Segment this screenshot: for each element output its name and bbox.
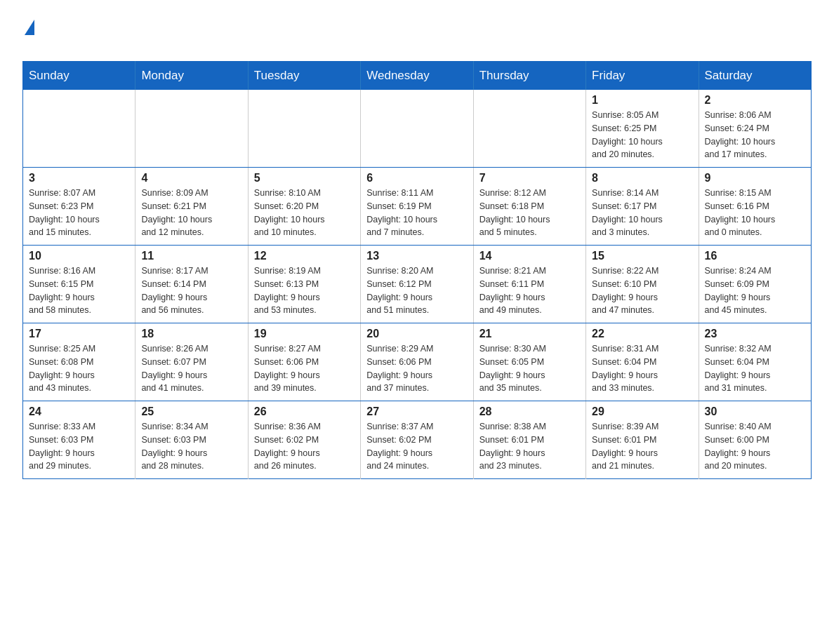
day-info: Sunrise: 8:30 AM Sunset: 6:05 PM Dayligh… <box>479 342 580 395</box>
day-number: 10 <box>29 250 129 262</box>
calendar-cell: 18Sunrise: 8:26 AM Sunset: 6:07 PM Dayli… <box>135 323 248 401</box>
calendar-cell: 26Sunrise: 8:36 AM Sunset: 6:02 PM Dayli… <box>248 401 360 479</box>
day-info: Sunrise: 8:12 AM Sunset: 6:18 PM Dayligh… <box>479 187 580 239</box>
calendar-cell: 9Sunrise: 8:15 AM Sunset: 6:16 PM Daylig… <box>699 168 811 246</box>
calendar-cell: 21Sunrise: 8:30 AM Sunset: 6:05 PM Dayli… <box>473 323 585 401</box>
day-number: 13 <box>366 250 467 262</box>
calendar-cell: 11Sunrise: 8:17 AM Sunset: 6:14 PM Dayli… <box>135 246 248 323</box>
day-number: 19 <box>254 328 355 340</box>
calendar-cell: 20Sunrise: 8:29 AM Sunset: 6:06 PM Dayli… <box>361 323 473 401</box>
day-info: Sunrise: 8:17 AM Sunset: 6:14 PM Dayligh… <box>141 264 241 317</box>
day-number: 24 <box>29 405 129 418</box>
day-number: 17 <box>29 328 129 340</box>
calendar-cell: 19Sunrise: 8:27 AM Sunset: 6:06 PM Dayli… <box>248 323 360 401</box>
day-number: 1 <box>592 94 692 107</box>
day-info: Sunrise: 8:29 AM Sunset: 6:06 PM Dayligh… <box>366 342 467 395</box>
day-number: 5 <box>254 172 355 185</box>
day-number: 23 <box>705 328 805 340</box>
column-header-tuesday: Tuesday <box>248 62 360 90</box>
calendar-week-row: 17Sunrise: 8:25 AM Sunset: 6:08 PM Dayli… <box>23 323 812 401</box>
calendar-week-row: 1Sunrise: 8:05 AM Sunset: 6:25 PM Daylig… <box>23 90 812 168</box>
day-info: Sunrise: 8:07 AM Sunset: 6:23 PM Dayligh… <box>29 187 129 239</box>
calendar-cell: 15Sunrise: 8:22 AM Sunset: 6:10 PM Dayli… <box>586 246 699 323</box>
logo-triangle-icon <box>25 20 34 35</box>
calendar-cell: 17Sunrise: 8:25 AM Sunset: 6:08 PM Dayli… <box>23 323 135 401</box>
day-info: Sunrise: 8:38 AM Sunset: 6:01 PM Dayligh… <box>479 420 580 473</box>
day-number: 14 <box>479 250 580 262</box>
calendar-cell: 24Sunrise: 8:33 AM Sunset: 6:03 PM Dayli… <box>23 401 135 479</box>
day-number: 2 <box>705 94 805 107</box>
column-header-thursday: Thursday <box>473 62 585 90</box>
calendar-table: SundayMondayTuesdayWednesdayThursdayFrid… <box>22 61 812 479</box>
calendar-cell <box>248 90 360 168</box>
calendar-cell: 4Sunrise: 8:09 AM Sunset: 6:21 PM Daylig… <box>135 168 248 246</box>
calendar-cell: 23Sunrise: 8:32 AM Sunset: 6:04 PM Dayli… <box>699 323 811 401</box>
day-info: Sunrise: 8:21 AM Sunset: 6:11 PM Dayligh… <box>479 264 580 317</box>
day-number: 25 <box>141 405 241 418</box>
day-number: 16 <box>705 250 805 262</box>
calendar-cell <box>361 90 473 168</box>
day-number: 27 <box>366 405 467 418</box>
day-number: 20 <box>366 328 467 340</box>
calendar-cell: 3Sunrise: 8:07 AM Sunset: 6:23 PM Daylig… <box>23 168 135 246</box>
day-number: 18 <box>141 328 241 340</box>
calendar-cell: 12Sunrise: 8:19 AM Sunset: 6:13 PM Dayli… <box>248 246 360 323</box>
day-info: Sunrise: 8:11 AM Sunset: 6:19 PM Dayligh… <box>366 187 467 239</box>
day-number: 3 <box>29 172 129 185</box>
day-info: Sunrise: 8:25 AM Sunset: 6:08 PM Dayligh… <box>29 342 129 395</box>
day-info: Sunrise: 8:39 AM Sunset: 6:01 PM Dayligh… <box>592 420 692 473</box>
calendar-cell: 16Sunrise: 8:24 AM Sunset: 6:09 PM Dayli… <box>699 246 811 323</box>
day-number: 30 <box>705 405 805 418</box>
day-info: Sunrise: 8:19 AM Sunset: 6:13 PM Dayligh… <box>254 264 355 317</box>
day-info: Sunrise: 8:15 AM Sunset: 6:16 PM Dayligh… <box>705 187 805 239</box>
calendar-cell: 13Sunrise: 8:20 AM Sunset: 6:12 PM Dayli… <box>361 246 473 323</box>
calendar-cell: 22Sunrise: 8:31 AM Sunset: 6:04 PM Dayli… <box>586 323 699 401</box>
calendar-header-row: SundayMondayTuesdayWednesdayThursdayFrid… <box>23 62 812 90</box>
day-number: 4 <box>141 172 241 185</box>
calendar-cell: 27Sunrise: 8:37 AM Sunset: 6:02 PM Dayli… <box>361 401 473 479</box>
column-header-sunday: Sunday <box>23 62 135 90</box>
day-info: Sunrise: 8:14 AM Sunset: 6:17 PM Dayligh… <box>592 187 692 239</box>
calendar-cell: 28Sunrise: 8:38 AM Sunset: 6:01 PM Dayli… <box>473 401 585 479</box>
day-number: 7 <box>479 172 580 185</box>
day-number: 12 <box>254 250 355 262</box>
day-info: Sunrise: 8:27 AM Sunset: 6:06 PM Dayligh… <box>254 342 355 395</box>
calendar-week-row: 24Sunrise: 8:33 AM Sunset: 6:03 PM Dayli… <box>23 401 812 479</box>
day-number: 28 <box>479 405 580 418</box>
calendar-cell: 30Sunrise: 8:40 AM Sunset: 6:00 PM Dayli… <box>699 401 811 479</box>
column-header-saturday: Saturday <box>699 62 811 90</box>
calendar-cell: 14Sunrise: 8:21 AM Sunset: 6:11 PM Dayli… <box>473 246 585 323</box>
day-info: Sunrise: 8:34 AM Sunset: 6:03 PM Dayligh… <box>141 420 241 473</box>
day-number: 21 <box>479 328 580 340</box>
logo <box>22 17 36 50</box>
day-info: Sunrise: 8:06 AM Sunset: 6:24 PM Dayligh… <box>705 109 805 161</box>
calendar-week-row: 3Sunrise: 8:07 AM Sunset: 6:23 PM Daylig… <box>23 168 812 246</box>
day-info: Sunrise: 8:24 AM Sunset: 6:09 PM Dayligh… <box>705 264 805 317</box>
calendar-cell: 2Sunrise: 8:06 AM Sunset: 6:24 PM Daylig… <box>699 90 811 168</box>
day-info: Sunrise: 8:09 AM Sunset: 6:21 PM Dayligh… <box>141 187 241 239</box>
day-number: 8 <box>592 172 692 185</box>
calendar-cell: 6Sunrise: 8:11 AM Sunset: 6:19 PM Daylig… <box>361 168 473 246</box>
column-header-friday: Friday <box>586 62 699 90</box>
calendar-cell: 5Sunrise: 8:10 AM Sunset: 6:20 PM Daylig… <box>248 168 360 246</box>
day-info: Sunrise: 8:20 AM Sunset: 6:12 PM Dayligh… <box>366 264 467 317</box>
calendar-cell: 1Sunrise: 8:05 AM Sunset: 6:25 PM Daylig… <box>586 90 699 168</box>
day-number: 15 <box>592 250 692 262</box>
calendar-cell: 7Sunrise: 8:12 AM Sunset: 6:18 PM Daylig… <box>473 168 585 246</box>
day-number: 29 <box>592 405 692 418</box>
calendar-cell <box>23 90 135 168</box>
day-number: 9 <box>705 172 805 185</box>
calendar-cell: 10Sunrise: 8:16 AM Sunset: 6:15 PM Dayli… <box>23 246 135 323</box>
day-number: 6 <box>366 172 467 185</box>
calendar-cell <box>473 90 585 168</box>
column-header-wednesday: Wednesday <box>361 62 473 90</box>
day-number: 26 <box>254 405 355 418</box>
day-info: Sunrise: 8:33 AM Sunset: 6:03 PM Dayligh… <box>29 420 129 473</box>
calendar-cell <box>135 90 248 168</box>
day-info: Sunrise: 8:22 AM Sunset: 6:10 PM Dayligh… <box>592 264 692 317</box>
calendar-cell: 25Sunrise: 8:34 AM Sunset: 6:03 PM Dayli… <box>135 401 248 479</box>
day-info: Sunrise: 8:26 AM Sunset: 6:07 PM Dayligh… <box>141 342 241 395</box>
calendar-cell: 8Sunrise: 8:14 AM Sunset: 6:17 PM Daylig… <box>586 168 699 246</box>
day-info: Sunrise: 8:32 AM Sunset: 6:04 PM Dayligh… <box>705 342 805 395</box>
day-info: Sunrise: 8:05 AM Sunset: 6:25 PM Dayligh… <box>592 109 692 161</box>
